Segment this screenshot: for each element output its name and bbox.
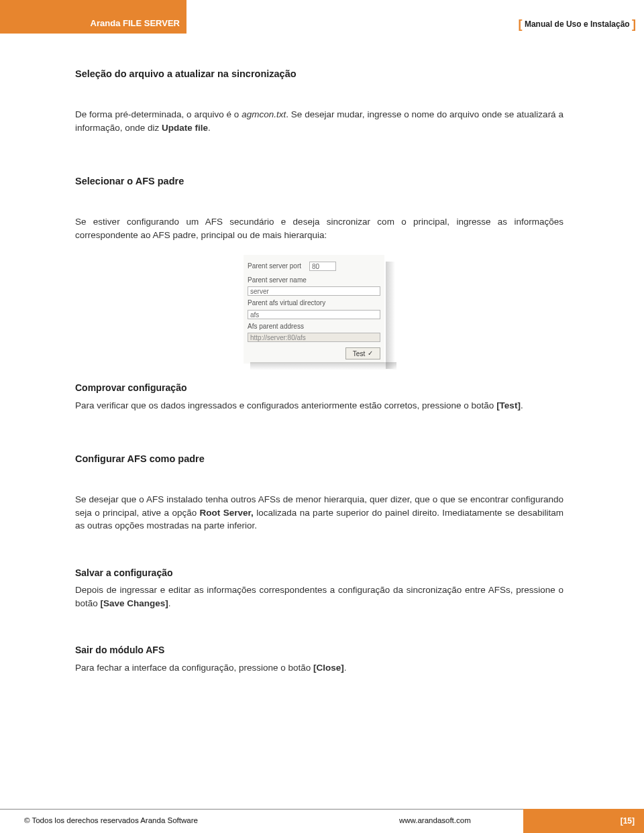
label-parent-name: Parent server name bbox=[248, 276, 380, 286]
doc-label-text: Manual de Uso e Instalação bbox=[525, 19, 630, 29]
para-sair: Para fechar a interface da configuração,… bbox=[75, 661, 564, 675]
shadow-decor bbox=[250, 362, 396, 370]
doc-label: [ Manual de Uso e Instalação ] bbox=[519, 17, 636, 32]
input-parent-name[interactable]: server bbox=[248, 286, 380, 296]
text: Para fechar a interface da configuração,… bbox=[75, 663, 313, 673]
ui-ref-root-server: Root Server, bbox=[200, 508, 254, 518]
input-parent-vdir[interactable]: afs bbox=[248, 310, 380, 319]
para-selecao-arquivo: De forma pré-determinada, o arquivo é o … bbox=[75, 108, 564, 134]
text: . bbox=[521, 400, 523, 410]
shadow-decor bbox=[386, 262, 395, 369]
footer-copyright: © Todos los derechos reservados Aranda S… bbox=[24, 816, 198, 824]
test-button-label: Test bbox=[353, 350, 365, 357]
label-parent-port: Parent server port bbox=[248, 262, 301, 272]
para-selecionar-padre: Se estiver configurando um AFS secundári… bbox=[75, 215, 564, 241]
footer-page-number-block: [15] bbox=[523, 809, 644, 833]
text: . bbox=[208, 123, 211, 133]
ui-ref-update-file: Update file bbox=[162, 123, 208, 133]
bracket-open-icon: [ bbox=[519, 17, 523, 31]
page-body: Seleção do arquivo a atualizar na sincro… bbox=[75, 67, 564, 674]
page-footer: © Todos los derechos reservados Aranda S… bbox=[0, 809, 644, 833]
page-header: Aranda FILE SERVER [ Manual de Uso e Ins… bbox=[0, 0, 644, 34]
ui-ref-save-changes: [Save Changes] bbox=[101, 598, 168, 608]
filename: agmcon.txt bbox=[241, 109, 286, 119]
ui-ref-test: [Test] bbox=[496, 400, 521, 410]
document-page: Aranda FILE SERVER [ Manual de Uso e Ins… bbox=[0, 0, 644, 833]
label-parent-vdir: Parent afs virtual directory bbox=[248, 298, 380, 309]
footer-page-number: [15] bbox=[621, 816, 635, 826]
heading-salvar: Salvar a configuração bbox=[75, 566, 564, 579]
input-parent-addr: http://server:80/afs bbox=[248, 333, 380, 342]
para-comprovar: Para verificar que os dados ingressados … bbox=[75, 399, 564, 412]
test-button[interactable]: Test ✓ bbox=[345, 347, 380, 359]
check-icon: ✓ bbox=[368, 350, 373, 357]
embedded-screenshot: Parent server port 80 Parent server name… bbox=[244, 255, 395, 364]
ui-ref-close: [Close] bbox=[313, 663, 344, 673]
input-parent-port[interactable]: 80 bbox=[309, 262, 336, 271]
text: . bbox=[168, 598, 171, 608]
heading-selecao-arquivo: Seleção do arquivo a atualizar na sincro… bbox=[75, 67, 564, 81]
product-title: Aranda FILE SERVER bbox=[91, 18, 180, 28]
para-salvar: Depois de ingressar e editar as informaç… bbox=[75, 584, 564, 610]
label-parent-addr: Afs parent address bbox=[248, 322, 380, 332]
heading-configurar-padre: Configurar AFS como padre bbox=[75, 452, 564, 466]
text: . bbox=[344, 663, 347, 673]
afs-parent-panel: Parent server port 80 Parent server name… bbox=[244, 255, 384, 364]
bracket-close-icon: ] bbox=[632, 17, 636, 31]
footer-url: www.arandasoft.com bbox=[399, 816, 471, 824]
text: De forma pré-determinada, o arquivo é o bbox=[75, 109, 241, 119]
heading-sair: Sair do módulo AFS bbox=[75, 643, 564, 657]
heading-selecionar-padre: Selecionar o AFS padre bbox=[75, 174, 564, 188]
heading-comprovar: Comprovar configuração bbox=[75, 381, 564, 394]
para-configurar-padre: Se desejar que o AFS instalado tenha out… bbox=[75, 493, 564, 533]
text: Para verificar que os dados ingressados … bbox=[75, 400, 496, 410]
product-title-block: Aranda FILE SERVER bbox=[0, 0, 186, 34]
